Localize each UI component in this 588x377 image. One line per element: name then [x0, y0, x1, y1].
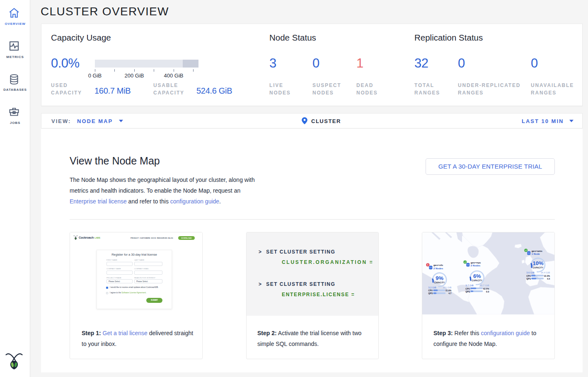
svg-text:0.0: 0.0	[486, 290, 489, 293]
svg-text:QPS: QPS	[526, 278, 531, 280]
svg-text:42.5%: 42.5%	[483, 288, 489, 290]
svg-text:CAPACITY: CAPACITY	[434, 282, 445, 284]
svg-text:351 GiB: 351 GiB	[443, 286, 451, 289]
svg-text:2 Nodes: 2 Nodes	[471, 264, 481, 267]
svg-text:11.0%: 11.0%	[445, 289, 452, 292]
svg-text:geo=sfo: geo=sfo	[433, 264, 443, 267]
svg-text:geo=ams: geo=ams	[532, 250, 543, 252]
svg-text:12.3%: 12.3%	[544, 275, 550, 277]
svg-text:6%: 6%	[473, 273, 481, 279]
svg-text:CPU: CPU	[428, 289, 433, 292]
svg-text:1 Node: 1 Node	[532, 253, 540, 255]
svg-text:4.4: 4.4	[547, 278, 550, 280]
svg-text:CAPACITY: CAPACITY	[472, 280, 483, 282]
svg-text:geo=nyc: geo=nyc	[471, 261, 481, 264]
svg-text:CPU: CPU	[526, 275, 531, 277]
svg-text:9%: 9%	[436, 275, 443, 281]
svg-text:3.2 GiB: 3.2 GiB	[428, 286, 436, 289]
svg-text:10%: 10%	[532, 260, 543, 266]
svg-text:34.4 GiB: 34.4 GiB	[541, 271, 550, 274]
svg-text:4.7: 4.7	[448, 292, 451, 295]
svg-text:2 Nodes: 2 Nodes	[433, 267, 443, 270]
svg-text:QPS: QPS	[465, 290, 470, 293]
svg-text:45.7 GiB: 45.7 GiB	[480, 284, 489, 287]
svg-text:CPU: CPU	[465, 288, 470, 290]
svg-text:CAPACITY: CAPACITY	[533, 267, 544, 269]
svg-text:3.7 GiB: 3.7 GiB	[465, 284, 473, 287]
svg-text:QPS: QPS	[428, 292, 433, 295]
svg-text:3.6 GiB: 3.6 GiB	[526, 271, 534, 274]
